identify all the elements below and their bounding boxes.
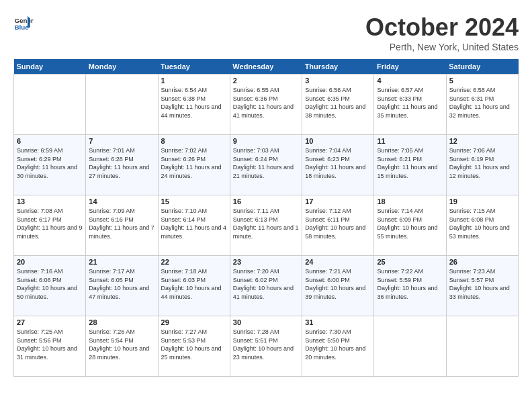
- calendar-week-row: 6Sunrise: 6:59 AMSunset: 6:29 PMDaylight…: [14, 135, 519, 195]
- day-info: Sunrise: 7:23 AMSunset: 5:57 PMDaylight:…: [449, 267, 515, 301]
- calendar-cell: [86, 75, 158, 135]
- day-info: Sunrise: 7:15 AMSunset: 6:08 PMDaylight:…: [449, 207, 515, 240]
- day-info: Sunrise: 7:25 AMSunset: 5:56 PMDaylight:…: [17, 328, 83, 361]
- day-info: Sunrise: 7:28 AMSunset: 5:51 PMDaylight:…: [233, 328, 299, 361]
- day-number: 22: [161, 258, 227, 266]
- day-number: 8: [161, 137, 227, 145]
- calendar-cell: 23Sunrise: 7:20 AMSunset: 6:02 PMDayligh…: [230, 256, 302, 316]
- day-of-week-header: Friday: [374, 59, 446, 75]
- logo-icon: General Blue: [13, 13, 34, 34]
- calendar-cell: 29Sunrise: 7:27 AMSunset: 5:53 PMDayligh…: [158, 316, 230, 377]
- day-info: Sunrise: 7:01 AMSunset: 6:28 PMDaylight:…: [89, 146, 154, 180]
- calendar-cell: 3Sunrise: 6:56 AMSunset: 6:35 PMDaylight…: [302, 75, 374, 135]
- day-number: 16: [233, 197, 299, 205]
- day-number: 27: [17, 318, 83, 326]
- day-info: Sunrise: 7:14 AMSunset: 6:09 PMDaylight:…: [377, 207, 443, 240]
- day-number: 24: [305, 258, 371, 266]
- calendar-cell: [446, 316, 518, 377]
- day-info: Sunrise: 6:55 AMSunset: 6:36 PMDaylight:…: [233, 86, 299, 120]
- month-title: October 2024: [365, 13, 519, 42]
- calendar-table: SundayMondayTuesdayWednesdayThursdayFrid…: [13, 59, 519, 377]
- day-number: 5: [449, 77, 515, 85]
- day-number: 4: [377, 77, 443, 85]
- day-number: 18: [377, 197, 443, 205]
- calendar-cell: 1Sunrise: 6:54 AMSunset: 6:38 PMDaylight…: [158, 75, 230, 135]
- title-block: October 2024 Perth, New York, United Sta…: [365, 13, 519, 52]
- day-of-week-header: Saturday: [446, 59, 518, 75]
- day-number: 19: [449, 197, 515, 205]
- calendar-cell: 10Sunrise: 7:04 AMSunset: 6:23 PMDayligh…: [302, 135, 374, 195]
- calendar-cell: 13Sunrise: 7:08 AMSunset: 6:17 PMDayligh…: [14, 195, 86, 256]
- calendar-cell: 6Sunrise: 6:59 AMSunset: 6:29 PMDaylight…: [14, 135, 86, 195]
- logo: General Blue: [13, 13, 34, 34]
- day-info: Sunrise: 6:59 AMSunset: 6:29 PMDaylight:…: [17, 146, 83, 180]
- day-number: 11: [377, 137, 443, 145]
- day-info: Sunrise: 7:05 AMSunset: 6:21 PMDaylight:…: [377, 146, 443, 180]
- day-info: Sunrise: 7:02 AMSunset: 6:26 PMDaylight:…: [161, 146, 227, 180]
- day-number: 6: [17, 137, 83, 145]
- calendar-week-row: 27Sunrise: 7:25 AMSunset: 5:56 PMDayligh…: [14, 316, 519, 377]
- day-info: Sunrise: 6:54 AMSunset: 6:38 PMDaylight:…: [161, 86, 227, 120]
- calendar-cell: 26Sunrise: 7:23 AMSunset: 5:57 PMDayligh…: [446, 256, 518, 316]
- day-info: Sunrise: 7:20 AMSunset: 6:02 PMDaylight:…: [233, 267, 299, 301]
- calendar-cell: 2Sunrise: 6:55 AMSunset: 6:36 PMDaylight…: [230, 75, 302, 135]
- day-number: 25: [377, 258, 443, 266]
- day-number: 13: [17, 197, 83, 205]
- day-number: 31: [305, 318, 371, 326]
- day-number: 28: [89, 318, 154, 326]
- day-number: 30: [233, 318, 299, 326]
- location-subtitle: Perth, New York, United States: [365, 42, 519, 52]
- day-info: Sunrise: 7:09 AMSunset: 6:16 PMDaylight:…: [89, 207, 154, 240]
- calendar-cell: 7Sunrise: 7:01 AMSunset: 6:28 PMDaylight…: [86, 135, 158, 195]
- day-number: 12: [449, 137, 515, 145]
- calendar-cell: 8Sunrise: 7:02 AMSunset: 6:26 PMDaylight…: [158, 135, 230, 195]
- day-number: 2: [233, 77, 299, 85]
- day-number: 15: [161, 197, 227, 205]
- day-number: 23: [233, 258, 299, 266]
- page-header: General Blue October 2024 Perth, New Yor…: [13, 13, 519, 52]
- svg-text:Blue: Blue: [15, 24, 30, 31]
- calendar-cell: 31Sunrise: 7:30 AMSunset: 5:50 PMDayligh…: [302, 316, 374, 377]
- day-info: Sunrise: 7:06 AMSunset: 6:19 PMDaylight:…: [449, 146, 515, 180]
- day-info: Sunrise: 7:30 AMSunset: 5:50 PMDaylight:…: [305, 328, 371, 361]
- day-of-week-header: Monday: [86, 59, 158, 75]
- day-number: 21: [89, 258, 154, 266]
- calendar-cell: 18Sunrise: 7:14 AMSunset: 6:09 PMDayligh…: [374, 195, 446, 256]
- calendar-cell: 25Sunrise: 7:22 AMSunset: 5:59 PMDayligh…: [374, 256, 446, 316]
- day-of-week-header: Sunday: [14, 59, 86, 75]
- calendar-week-row: 1Sunrise: 6:54 AMSunset: 6:38 PMDaylight…: [14, 75, 519, 135]
- day-info: Sunrise: 7:03 AMSunset: 6:24 PMDaylight:…: [233, 146, 299, 180]
- day-number: 3: [305, 77, 371, 85]
- calendar-cell: 12Sunrise: 7:06 AMSunset: 6:19 PMDayligh…: [446, 135, 518, 195]
- day-info: Sunrise: 7:08 AMSunset: 6:17 PMDaylight:…: [17, 207, 83, 240]
- day-info: Sunrise: 7:12 AMSunset: 6:11 PMDaylight:…: [305, 207, 371, 240]
- calendar-cell: 19Sunrise: 7:15 AMSunset: 6:08 PMDayligh…: [446, 195, 518, 256]
- day-info: Sunrise: 7:16 AMSunset: 6:06 PMDaylight:…: [17, 267, 83, 301]
- calendar-cell: 5Sunrise: 6:58 AMSunset: 6:31 PMDaylight…: [446, 75, 518, 135]
- calendar-week-row: 13Sunrise: 7:08 AMSunset: 6:17 PMDayligh…: [14, 195, 519, 256]
- day-info: Sunrise: 6:58 AMSunset: 6:31 PMDaylight:…: [449, 86, 515, 120]
- calendar-cell: 9Sunrise: 7:03 AMSunset: 6:24 PMDaylight…: [230, 135, 302, 195]
- day-number: 17: [305, 197, 371, 205]
- calendar-cell: 28Sunrise: 7:26 AMSunset: 5:54 PMDayligh…: [86, 316, 158, 377]
- day-info: Sunrise: 7:11 AMSunset: 6:13 PMDaylight:…: [233, 207, 299, 240]
- day-info: Sunrise: 7:21 AMSunset: 6:00 PMDaylight:…: [305, 267, 371, 301]
- day-of-week-header: Tuesday: [158, 59, 230, 75]
- calendar-cell: 16Sunrise: 7:11 AMSunset: 6:13 PMDayligh…: [230, 195, 302, 256]
- calendar-cell: 27Sunrise: 7:25 AMSunset: 5:56 PMDayligh…: [14, 316, 86, 377]
- calendar-cell: 15Sunrise: 7:10 AMSunset: 6:14 PMDayligh…: [158, 195, 230, 256]
- calendar-cell: 20Sunrise: 7:16 AMSunset: 6:06 PMDayligh…: [14, 256, 86, 316]
- calendar-cell: 22Sunrise: 7:18 AMSunset: 6:03 PMDayligh…: [158, 256, 230, 316]
- day-number: 9: [233, 137, 299, 145]
- calendar-header-row: SundayMondayTuesdayWednesdayThursdayFrid…: [14, 59, 519, 75]
- day-info: Sunrise: 7:10 AMSunset: 6:14 PMDaylight:…: [161, 207, 227, 240]
- calendar-cell: 11Sunrise: 7:05 AMSunset: 6:21 PMDayligh…: [374, 135, 446, 195]
- day-number: 29: [161, 318, 227, 326]
- calendar-cell: [14, 75, 86, 135]
- day-info: Sunrise: 7:27 AMSunset: 5:53 PMDaylight:…: [161, 328, 227, 361]
- day-info: Sunrise: 7:04 AMSunset: 6:23 PMDaylight:…: [305, 146, 371, 180]
- day-number: 7: [89, 137, 154, 145]
- calendar-cell: 17Sunrise: 7:12 AMSunset: 6:11 PMDayligh…: [302, 195, 374, 256]
- calendar-cell: 14Sunrise: 7:09 AMSunset: 6:16 PMDayligh…: [86, 195, 158, 256]
- day-number: 26: [449, 258, 515, 266]
